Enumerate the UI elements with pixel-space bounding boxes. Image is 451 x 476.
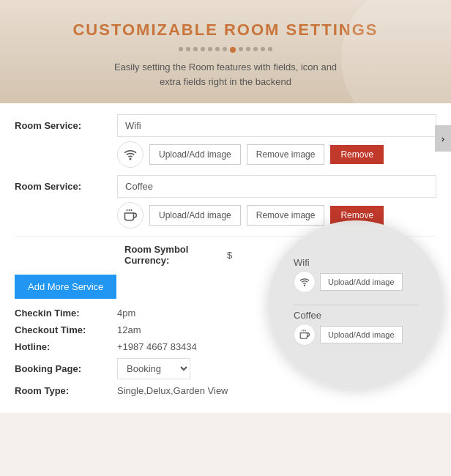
dot-9 xyxy=(239,47,243,51)
progress-dots xyxy=(15,47,436,53)
header-subtitle: Easily setting the Room features with fi… xyxy=(15,60,436,89)
dot-11 xyxy=(253,47,258,51)
add-more-service-button[interactable]: Add More Service xyxy=(15,275,116,299)
hotline-value: +1987 4667 83434 xyxy=(117,341,197,352)
dot-2 xyxy=(186,47,190,51)
zoom-wifi-icon xyxy=(294,271,316,293)
room-service-input-2[interactable] xyxy=(117,175,436,198)
upload-image-button-2[interactable]: Upload/Add image xyxy=(149,205,241,226)
dot-6 xyxy=(215,47,220,51)
room-service-label-1: Room Service: xyxy=(15,114,117,131)
room-service-row-2: Room Service: Upload/Add image Remove im… xyxy=(15,175,436,228)
svg-point-0 xyxy=(130,158,131,160)
room-service-field-group-2: Upload/Add image Remove image Remove xyxy=(117,175,436,228)
booking-page-label: Booking Page: xyxy=(15,363,117,374)
hotline-label: Hotline: xyxy=(15,341,117,352)
zoom-coffee-icon xyxy=(294,324,316,346)
dot-7 xyxy=(223,47,227,51)
room-service-actions-1: Upload/Add image Remove image Remove xyxy=(117,141,436,168)
checkin-value: 4pm xyxy=(117,308,135,319)
svg-point-4 xyxy=(304,285,305,286)
currency-label: Room Symbol Currency: xyxy=(124,244,227,266)
room-service-row-1: Room Service: Upload/Add image Remove im… xyxy=(15,114,436,168)
dot-1 xyxy=(179,47,183,51)
main-content: › Room Service: Upload/Add image Remove … xyxy=(0,103,451,413)
room-service-label-2: Room Service: xyxy=(15,175,117,192)
dot-5 xyxy=(208,47,212,51)
zoom-coffee-label: Coffee xyxy=(294,310,418,321)
upload-image-button-1[interactable]: Upload/Add image xyxy=(149,144,241,165)
right-arrow-button[interactable]: › xyxy=(435,125,451,152)
booking-page-select[interactable]: Booking xyxy=(117,358,190,379)
coffee-icon xyxy=(117,202,144,228)
page-title: CUSTOMIZABLE ROOM SETTINGS xyxy=(15,21,436,40)
currency-value: $ xyxy=(227,250,232,261)
dot-active xyxy=(230,47,236,53)
zoom-upload-wifi-button[interactable]: Upload/Add image xyxy=(320,273,403,291)
remove-image-button-1[interactable]: Remove image xyxy=(247,144,325,165)
dot-10 xyxy=(246,47,250,51)
room-service-field-group-1: Upload/Add image Remove image Remove xyxy=(117,114,436,168)
zoom-popup: Wifi Upload/Add image Coffee xyxy=(268,220,444,389)
checkout-label: Checkout Time: xyxy=(15,324,117,335)
room-type-label: Room Type: xyxy=(15,385,117,396)
dot-12 xyxy=(261,47,265,51)
zoom-wifi-row: Upload/Add image xyxy=(294,271,418,293)
dot-13 xyxy=(268,47,272,51)
header-section: CUSTOMIZABLE ROOM SETTINGS Easily settin… xyxy=(0,0,451,103)
chevron-right-icon: › xyxy=(441,133,444,144)
zoom-divider xyxy=(294,305,418,305)
room-type-value: Single,Delux,Garden View xyxy=(117,385,228,396)
checkout-value: 12am xyxy=(117,324,141,335)
room-service-actions-2: Upload/Add image Remove image Remove xyxy=(117,202,436,228)
zoom-coffee-row: Upload/Add image xyxy=(294,324,418,346)
dot-3 xyxy=(193,47,198,51)
zoom-coffee-item: Coffee Upload/Add image xyxy=(294,310,418,346)
zoom-wifi-label: Wifi xyxy=(294,257,418,268)
checkin-label: Checkin Time: xyxy=(15,308,117,319)
zoom-wifi-item: Wifi Upload/Add image xyxy=(294,257,418,293)
wifi-icon xyxy=(117,141,144,168)
remove-button-1[interactable]: Remove xyxy=(330,145,384,164)
dot-4 xyxy=(201,47,205,51)
room-service-input-1[interactable] xyxy=(117,114,436,137)
remove-image-button-2[interactable]: Remove image xyxy=(247,205,325,226)
zoom-upload-coffee-button[interactable]: Upload/Add image xyxy=(320,326,403,343)
